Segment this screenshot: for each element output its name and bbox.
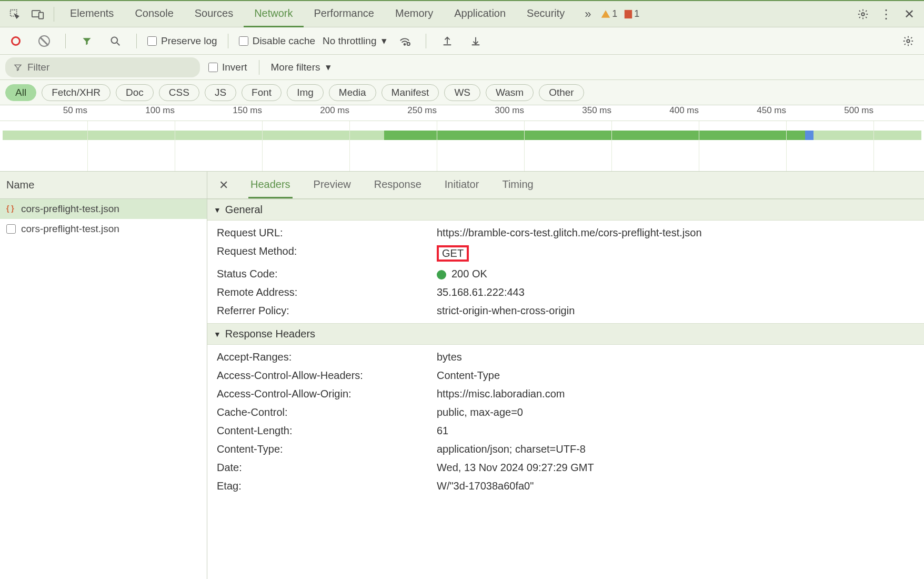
svg-line-6 xyxy=(117,43,119,45)
header-key: Content-Type: xyxy=(217,443,437,455)
invert-checkbox[interactable]: Invert xyxy=(208,62,247,73)
type-filter-css[interactable]: CSS xyxy=(159,84,199,101)
detail-tab-initiator[interactable]: Initiator xyxy=(443,172,481,198)
header-value: 200 OK xyxy=(437,268,915,280)
divider xyxy=(136,34,137,48)
disable-cache-checkbox[interactable]: Disable cache xyxy=(239,35,315,47)
type-filter-doc[interactable]: Doc xyxy=(116,84,154,101)
json-icon: { } xyxy=(6,204,16,214)
network-toolbar: Preserve log Disable cache No throttling… xyxy=(0,27,924,55)
download-har-icon[interactable] xyxy=(465,31,486,52)
header-key: Date: xyxy=(217,462,437,474)
header-key: Referrer Policy: xyxy=(217,305,437,317)
upload-har-icon[interactable] xyxy=(437,31,458,52)
header-key: Etag: xyxy=(217,480,437,492)
warnings-badge[interactable]: 1 xyxy=(600,8,617,19)
more-tabs-icon[interactable]: » xyxy=(577,4,598,25)
header-row: Date:Wed, 13 Nov 2024 09:27:29 GMT xyxy=(217,458,915,477)
timeline-tick: 250 ms xyxy=(349,105,437,121)
throttling-select[interactable]: No throttling ▾ xyxy=(323,35,387,47)
header-value: strict-origin-when-cross-origin xyxy=(437,305,915,317)
detail-tab-response[interactable]: Response xyxy=(372,172,424,198)
header-row: Content-Length:61 xyxy=(217,422,915,440)
main-tab-security[interactable]: Security xyxy=(516,1,575,27)
type-filter-img[interactable]: Img xyxy=(287,84,324,101)
detail-tab-timing[interactable]: Timing xyxy=(500,172,535,198)
general-section-header[interactable]: General xyxy=(207,199,924,221)
detail-tab-headers[interactable]: Headers xyxy=(248,172,293,198)
header-value: Content-Type xyxy=(437,370,915,382)
settings-icon[interactable] xyxy=(852,4,873,25)
detail-tab-preview[interactable]: Preview xyxy=(312,172,353,198)
main-tab-console[interactable]: Console xyxy=(124,1,184,27)
main-tab-memory[interactable]: Memory xyxy=(385,1,444,27)
response-headers-section-header[interactable]: Response Headers xyxy=(207,323,924,345)
main-split: Name { }cors-preflight-test.jsoncors-pre… xyxy=(0,172,924,579)
request-list-panel: Name { }cors-preflight-test.jsoncors-pre… xyxy=(0,172,207,579)
filter-placeholder: Filter xyxy=(27,62,49,73)
type-filter-fetch-xhr[interactable]: Fetch/XHR xyxy=(42,84,111,101)
filter-bar: Filter Invert More filters ▾ xyxy=(0,55,924,80)
main-tab-elements[interactable]: Elements xyxy=(59,1,124,27)
main-tab-sources[interactable]: Sources xyxy=(184,1,244,27)
preserve-log-checkbox[interactable]: Preserve log xyxy=(147,35,217,47)
close-icon[interactable]: ✕ xyxy=(899,4,920,25)
header-row: Access-Control-Allow-Origin:https://misc… xyxy=(217,385,915,403)
funnel-icon xyxy=(14,63,22,72)
main-tab-performance[interactable]: Performance xyxy=(304,1,385,27)
header-value: 35.168.61.222:443 xyxy=(437,286,915,298)
timeline-tick: 100 ms xyxy=(87,105,175,121)
issues-badge[interactable]: 1 xyxy=(624,8,639,19)
network-conditions-icon[interactable] xyxy=(394,31,415,52)
devtools-main-toolbar: ElementsConsoleSourcesNetworkPerformance… xyxy=(0,0,924,27)
chevron-down-icon: ▾ xyxy=(326,61,331,73)
clear-button[interactable] xyxy=(34,31,55,52)
filter-input[interactable]: Filter xyxy=(5,57,200,77)
type-filter-ws[interactable]: WS xyxy=(444,84,480,101)
divider xyxy=(259,60,259,75)
header-key: Cache-Control: xyxy=(217,406,437,418)
highlighted-method: GET xyxy=(437,245,469,262)
type-filter-manifest[interactable]: Manifest xyxy=(381,84,439,101)
device-toggle-icon[interactable] xyxy=(27,4,48,25)
filter-toggle-icon[interactable] xyxy=(76,31,97,52)
header-row: Etag:W/"3d-17038a60fa0" xyxy=(217,477,915,495)
waterfall-bar-active xyxy=(384,131,805,140)
timeline-overview[interactable]: 50 ms100 ms150 ms200 ms250 ms300 ms350 m… xyxy=(0,105,924,172)
header-row: Remote Address:35.168.61.222:443 xyxy=(217,283,915,302)
request-name: cors-preflight-test.json xyxy=(21,223,119,235)
header-row: Referrer Policy:strict-origin-when-cross… xyxy=(217,302,915,320)
detail-tabs: ✕ HeadersPreviewResponseInitiatorTiming xyxy=(207,172,924,199)
divider xyxy=(65,34,66,48)
name-column-header[interactable]: Name xyxy=(0,172,207,199)
timeline-tick: 200 ms xyxy=(262,105,349,121)
document-icon xyxy=(6,224,16,234)
main-tab-application[interactable]: Application xyxy=(444,1,516,27)
request-detail-panel: ✕ HeadersPreviewResponseInitiatorTiming … xyxy=(207,172,924,579)
header-key: Access-Control-Allow-Headers: xyxy=(217,370,437,382)
timeline-tick: 500 ms xyxy=(786,105,873,121)
search-icon[interactable] xyxy=(105,31,126,52)
timeline-tick: 150 ms xyxy=(175,105,262,121)
main-tab-network[interactable]: Network xyxy=(244,1,303,27)
request-row[interactable]: cors-preflight-test.json xyxy=(0,219,207,239)
kebab-icon[interactable]: ⋮ xyxy=(876,4,897,25)
type-filter-wasm[interactable]: Wasm xyxy=(486,84,534,101)
header-key: Access-Control-Allow-Origin: xyxy=(217,388,437,400)
inspect-icon[interactable] xyxy=(4,4,25,25)
more-filters-dropdown[interactable]: More filters ▾ xyxy=(271,61,331,73)
header-row: Request Method:GET xyxy=(217,242,915,265)
request-row[interactable]: { }cors-preflight-test.json xyxy=(0,199,207,219)
panel-settings-icon[interactable] xyxy=(898,31,919,52)
record-button[interactable] xyxy=(5,31,26,52)
type-filter-media[interactable]: Media xyxy=(329,84,376,101)
header-key: Accept-Ranges: xyxy=(217,351,437,363)
type-filter-js[interactable]: JS xyxy=(205,84,236,101)
type-filter-font[interactable]: Font xyxy=(242,84,282,101)
type-filter-other[interactable]: Other xyxy=(539,84,584,101)
type-filter-all[interactable]: All xyxy=(5,84,36,101)
divider xyxy=(426,34,426,48)
close-detail-icon[interactable]: ✕ xyxy=(215,178,233,192)
header-row: Access-Control-Allow-Headers:Content-Typ… xyxy=(217,366,915,385)
divider xyxy=(54,7,54,22)
